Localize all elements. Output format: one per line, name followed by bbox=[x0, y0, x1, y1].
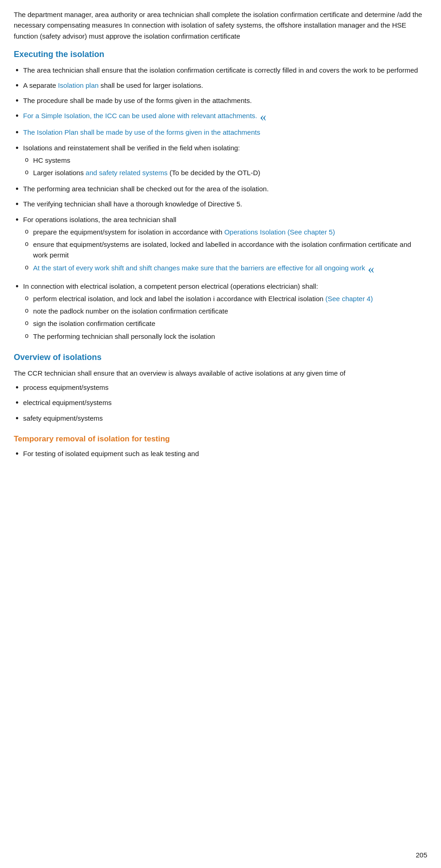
exec-bullet-5-content: The Isolation Plan shall be made by use … bbox=[23, 128, 260, 136]
exec-sub-list-10: perform electrical isolation, and lock a… bbox=[23, 293, 427, 342]
quote-icon-4: « bbox=[260, 110, 266, 123]
ov-bullet-2: electrical equipment/systems bbox=[23, 397, 427, 408]
exec-sub-list-9: prepare the equipment/system for isolati… bbox=[23, 227, 427, 275]
exec-sub-10-3: sign the isolation confirmation certific… bbox=[33, 318, 427, 329]
exec-bullet-5-text: The Isolation Plan shall be made by use … bbox=[23, 127, 427, 137]
highlight-row-4: For a Simple Isolation, the ICC can be u… bbox=[23, 110, 427, 123]
page-number: 205 bbox=[416, 851, 427, 859]
exec-sub-9-1: prepare the equipment/system for isolati… bbox=[33, 227, 427, 237]
list-item: note the padlock number on the isolation… bbox=[23, 306, 427, 316]
list-item: perform electrical isolation, and lock a… bbox=[23, 293, 427, 304]
list-item: The performing technician shall personal… bbox=[23, 331, 427, 342]
section-executing: Executing the isolation The area technic… bbox=[14, 50, 427, 343]
exec-sub-9-2: ensure that equipment/systems are isolat… bbox=[33, 239, 427, 261]
list-item: electrical equipment/systems bbox=[14, 397, 427, 409]
overview-intro: The CCR technician shall ensure that an … bbox=[14, 368, 427, 378]
temporary-bullet-list: For testing of isolated equipment such a… bbox=[14, 448, 427, 460]
list-item: safety equipment/systems bbox=[14, 413, 427, 424]
list-item: The verifying technician shall have a th… bbox=[14, 199, 427, 210]
list-item: At the start of every work shift and shi… bbox=[23, 263, 427, 275]
intro-paragraph: The department manager, area authority o… bbox=[14, 9, 427, 41]
ov-bullet-3: safety equipment/systems bbox=[23, 413, 427, 423]
page-container: The department manager, area authority o… bbox=[0, 0, 441, 492]
list-item: For a Simple Isolation, the ICC can be u… bbox=[14, 110, 427, 123]
list-item: The performing area technician shall be … bbox=[14, 183, 427, 195]
temporary-heading: Temporary removal of isolation for testi… bbox=[14, 434, 427, 444]
exec-sub-9-3-content: At the start of every work shift and shi… bbox=[33, 263, 365, 273]
list-item: HC systems bbox=[23, 155, 427, 166]
exec-sub-10-2: note the padlock number on the isolation… bbox=[33, 306, 427, 316]
exec-sub-6-2: Larger isolations and safety related sys… bbox=[33, 167, 427, 178]
temp-bullet-1: For testing of isolated equipment such a… bbox=[23, 448, 427, 459]
overview-bullet-list: process equipment/systems electrical equ… bbox=[14, 382, 427, 424]
ov-bullet-1: process equipment/systems bbox=[23, 382, 427, 393]
list-item: The procedure shall be made by use of th… bbox=[14, 95, 427, 107]
exec-bullet-4-content: For a Simple Isolation, the ICC can be u… bbox=[23, 110, 257, 121]
list-item: Larger isolations and safety related sys… bbox=[23, 167, 427, 178]
list-item: The area technician shall ensure that th… bbox=[14, 65, 427, 76]
executing-heading: Executing the isolation bbox=[14, 50, 427, 59]
exec-bullet-3-text: The procedure shall be made by use of th… bbox=[23, 95, 427, 106]
exec-sub-list-6: HC systems Larger isolations and safety … bbox=[23, 155, 427, 178]
section-temporary: Temporary removal of isolation for testi… bbox=[14, 434, 427, 460]
executing-bullet-list: The area technician shall ensure that th… bbox=[14, 65, 427, 343]
safety-related-link[interactable]: and safety related systems bbox=[85, 169, 167, 177]
list-item: prepare the equipment/system for isolati… bbox=[23, 227, 427, 237]
exec-bullet-4-text: For a Simple Isolation, the ICC can be u… bbox=[23, 110, 427, 123]
highlight-row-9-3: At the start of every work shift and shi… bbox=[33, 263, 427, 275]
list-item: sign the isolation confirmation certific… bbox=[23, 318, 427, 329]
exec-sub-9-3: At the start of every work shift and shi… bbox=[33, 263, 427, 275]
list-item: For testing of isolated equipment such a… bbox=[14, 448, 427, 460]
exec-bullet-9-text: For operations isolations, the area tech… bbox=[23, 214, 427, 277]
list-item: Isolations and reinstatement shall be ve… bbox=[14, 143, 427, 180]
exec-bullet-1-text: The area technician shall ensure that th… bbox=[23, 65, 427, 75]
section-overview: Overview of isolations The CCR technicia… bbox=[14, 353, 427, 424]
exec-bullet-10-text: In connection with electrical isolation,… bbox=[23, 281, 427, 343]
electrical-isolation-link[interactable]: (See chapter 4) bbox=[325, 295, 373, 303]
exec-bullet-6-text: Isolations and reinstatement shall be ve… bbox=[23, 143, 427, 180]
exec-bullet-2-text: A separate Isolation plan shall be used … bbox=[23, 80, 427, 91]
exec-bullet-8-text: The verifying technician shall have a th… bbox=[23, 199, 427, 209]
list-item: process equipment/systems bbox=[14, 382, 427, 394]
list-item: For operations isolations, the area tech… bbox=[14, 214, 427, 277]
list-item: A separate Isolation plan shall be used … bbox=[14, 80, 427, 91]
exec-sub-6-1: HC systems bbox=[33, 155, 427, 166]
quote-icon-9-3: « bbox=[368, 263, 374, 275]
list-item: ensure that equipment/systems are isolat… bbox=[23, 239, 427, 261]
exec-sub-10-1: perform electrical isolation, and lock a… bbox=[33, 293, 427, 304]
operations-isolation-link[interactable]: Operations Isolation (See chapter 5) bbox=[224, 228, 335, 236]
list-item: In connection with electrical isolation,… bbox=[14, 281, 427, 343]
exec-sub-10-4: The performing technician shall personal… bbox=[33, 331, 427, 342]
overview-heading: Overview of isolations bbox=[14, 353, 427, 362]
exec-bullet-7-text: The performing area technician shall be … bbox=[23, 183, 427, 194]
list-item: The Isolation Plan shall be made by use … bbox=[14, 127, 427, 138]
isolation-plan-link[interactable]: Isolation plan bbox=[58, 81, 98, 89]
